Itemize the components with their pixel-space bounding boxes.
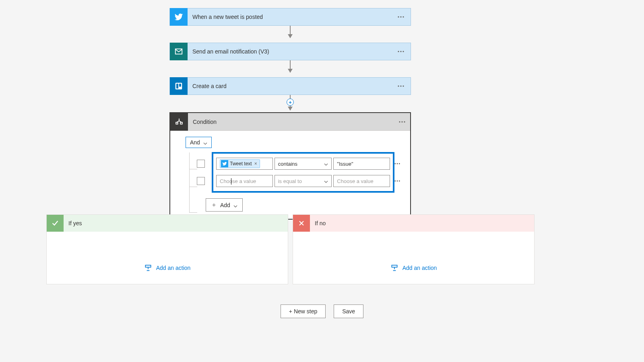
dynamic-token-tweet-text[interactable]: Tweet text ×: [220, 159, 260, 168]
svg-point-0: [398, 16, 399, 17]
svg-point-19: [397, 163, 398, 165]
tree-line: [189, 187, 197, 187]
condition-header[interactable]: Condition: [170, 113, 410, 131]
branch-header[interactable]: If yes: [47, 215, 288, 232]
close-icon: [293, 215, 310, 232]
svg-point-15: [399, 121, 400, 122]
branch-if-yes: If yes Add an action: [46, 214, 288, 284]
branch-label: If yes: [64, 220, 82, 226]
plus-icon: ＋: [211, 201, 217, 209]
branch-header[interactable]: If no: [293, 215, 534, 232]
step-more-button[interactable]: [393, 78, 409, 94]
action-icon: [144, 264, 152, 272]
svg-point-5: [400, 51, 401, 52]
svg-rect-14: [180, 122, 182, 124]
chevron-down-icon: [233, 203, 237, 207]
trello-icon: [170, 77, 188, 95]
row-left-value[interactable]: [216, 175, 273, 187]
row-left-input[interactable]: [220, 178, 269, 184]
add-action-button[interactable]: Add an action: [390, 264, 437, 272]
add-action-label: Add an action: [402, 265, 437, 271]
text-cursor: [231, 178, 231, 185]
tree-line: [189, 152, 190, 212]
step-more-button[interactable]: [393, 43, 409, 60]
svg-rect-9: [179, 84, 181, 86]
svg-point-6: [402, 51, 404, 52]
condition-card: Condition And: [169, 112, 411, 220]
chevron-down-icon: [203, 140, 207, 144]
check-icon: [47, 215, 64, 232]
condition-row: Tweet text × contains: [216, 158, 390, 170]
chevron-down-icon: [324, 179, 328, 183]
row-right-input[interactable]: [337, 178, 386, 184]
svg-rect-25: [392, 265, 397, 267]
svg-rect-8: [176, 84, 178, 88]
svg-rect-13: [176, 122, 178, 124]
svg-point-20: [399, 163, 400, 165]
svg-point-22: [397, 181, 398, 182]
condition-more-button[interactable]: [394, 121, 410, 123]
operator-label: contains: [278, 161, 297, 167]
token-label: Tweet text: [230, 161, 252, 167]
svg-point-16: [401, 121, 402, 122]
svg-point-11: [400, 85, 401, 86]
svg-point-18: [394, 163, 396, 165]
add-row-button[interactable]: ＋ Add: [206, 198, 243, 212]
group-operator-label: And: [190, 139, 200, 146]
step-create-card[interactable]: Create a card: [169, 77, 411, 95]
svg-point-21: [394, 181, 396, 182]
insert-step-button[interactable]: +: [287, 99, 294, 106]
tree-line: [189, 212, 197, 213]
twitter-icon: [221, 160, 228, 167]
row-right-input[interactable]: [337, 161, 386, 167]
chevron-down-icon: [324, 162, 328, 166]
svg-point-4: [398, 51, 399, 52]
row-checkbox[interactable]: [197, 177, 205, 185]
branch-if-no: If no Add an action: [293, 214, 535, 284]
twitter-icon: [170, 8, 188, 26]
new-step-button[interactable]: + New step: [281, 304, 326, 318]
svg-point-2: [402, 16, 404, 17]
step-title: When a new tweet is posted: [188, 14, 393, 20]
svg-point-12: [402, 85, 404, 86]
svg-point-23: [399, 181, 400, 182]
save-button[interactable]: Save: [334, 304, 363, 318]
connector-arrow: [290, 60, 291, 72]
svg-point-10: [398, 85, 399, 86]
token-remove-button[interactable]: ×: [254, 161, 258, 167]
add-action-button[interactable]: Add an action: [144, 264, 191, 272]
step-title: Send an email notification (V3): [188, 48, 393, 55]
condition-rows-highlight: Tweet text × contains: [212, 152, 394, 193]
step-title: Create a card: [188, 83, 393, 89]
row-more-button[interactable]: [393, 163, 401, 165]
operator-label: is equal to: [278, 178, 302, 184]
tree-line: [189, 169, 197, 169]
step-trigger-twitter[interactable]: When a new tweet is posted: [169, 8, 411, 26]
mail-icon: [170, 43, 188, 60]
svg-point-17: [404, 121, 405, 122]
step-more-button[interactable]: [393, 9, 409, 25]
condition-title: Condition: [188, 119, 394, 125]
add-row-label: Add: [220, 202, 230, 208]
row-more-button[interactable]: [393, 180, 401, 182]
row-right-value[interactable]: [333, 158, 390, 170]
add-action-label: Add an action: [156, 265, 191, 271]
row-left-value[interactable]: Tweet text ×: [216, 158, 273, 170]
svg-rect-24: [145, 265, 151, 267]
row-operator-dropdown[interactable]: is equal to: [275, 175, 332, 187]
row-checkbox[interactable]: [197, 160, 205, 168]
row-operator-dropdown[interactable]: contains: [275, 158, 332, 170]
step-send-email[interactable]: Send an email notification (V3): [169, 43, 411, 60]
connector-arrow: [290, 26, 291, 38]
action-icon: [390, 264, 398, 272]
branch-label: If no: [310, 220, 326, 226]
condition-icon: [170, 113, 188, 131]
row-right-value[interactable]: [333, 175, 390, 187]
condition-row: is equal to: [216, 175, 390, 187]
svg-point-1: [400, 16, 401, 17]
group-operator-dropdown[interactable]: And: [186, 137, 212, 148]
